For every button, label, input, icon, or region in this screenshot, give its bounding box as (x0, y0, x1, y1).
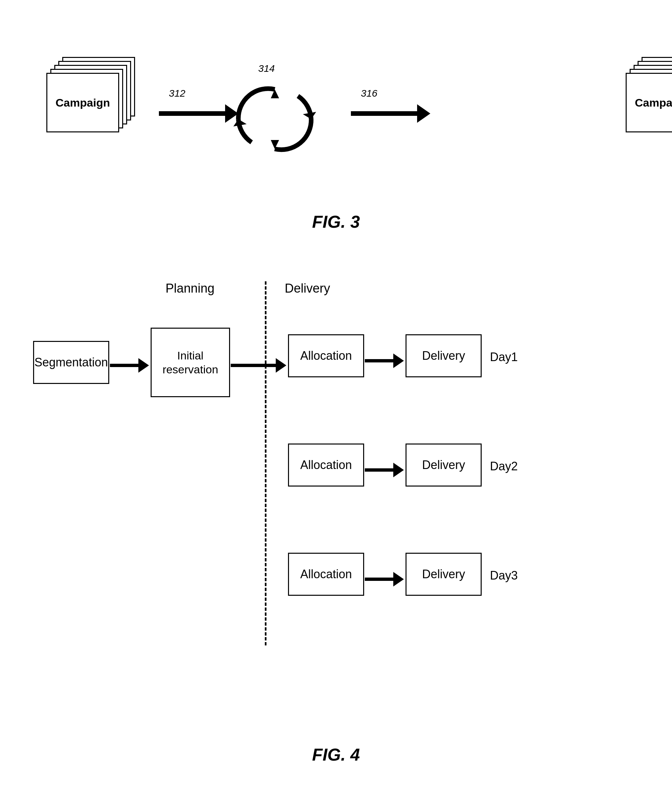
allocation-day1-label: Allocation (300, 349, 352, 363)
delivery-day3-label: Delivery (422, 567, 465, 581)
stack-card-r-front: Campaign (626, 73, 672, 133)
arrow-316-body (351, 111, 417, 116)
fig4-diagram: Planning Delivery Segmentation Initialre… (27, 281, 645, 765)
ref-314: 314 (258, 63, 275, 74)
delivery-day3-box: Delivery (405, 553, 482, 596)
arrow-316-head (417, 104, 430, 123)
segmentation-box: Segmentation (33, 341, 109, 384)
arrow-a2d2-head (393, 463, 404, 477)
arrow-a3d3-head (393, 572, 404, 586)
fig3-diagram: 310 Campaign 312 314 (27, 40, 645, 232)
planning-delivery-divider (265, 281, 267, 645)
delivery-day1-label: Delivery (422, 349, 465, 363)
arrow-alloc2-delivery2 (365, 463, 405, 477)
stack-card-front: Campaign (46, 73, 119, 133)
campaign-left-label: Campaign (47, 74, 118, 131)
arrow-init-to-alloc1 (231, 358, 287, 373)
segmentation-label: Segmentation (34, 356, 108, 369)
ref-312: 312 (169, 88, 186, 99)
fig4-label: FIG. 4 (312, 745, 360, 765)
day1-label: Day1 (490, 350, 518, 364)
arrow-seg-body (110, 364, 138, 367)
initial-reservation-label: Initialreservation (163, 348, 218, 377)
allocation-day3-label: Allocation (300, 567, 352, 581)
arrow-312-body (159, 111, 225, 116)
arrow-seg-head (138, 358, 149, 373)
initial-reservation-box: Initialreservation (150, 327, 230, 397)
fig3-label: FIG. 3 (312, 212, 360, 232)
allocation-day3-box: Allocation (288, 553, 364, 596)
campaign-right-label: Campaign (627, 74, 672, 131)
circular-arrows-icon (232, 76, 318, 162)
day2-label: Day2 (490, 459, 518, 473)
arrow-init-alloc1-body (231, 364, 276, 367)
allocation-day2-label: Allocation (300, 458, 352, 472)
day3-label: Day3 (490, 569, 518, 583)
arrow-alloc1-delivery1 (365, 353, 405, 368)
ref-316: 316 (361, 88, 378, 99)
arrow-a1d1-body (365, 359, 393, 363)
delivery-day1-box: Delivery (405, 334, 482, 377)
arrow-seg-to-init (110, 358, 150, 373)
arrow-init-alloc1-head (276, 358, 286, 373)
arrow-a3d3-body (365, 578, 393, 581)
allocation-day2-box: Allocation (288, 444, 364, 487)
arrow-312 (159, 104, 238, 123)
arrow-316 (351, 104, 430, 123)
arrow-alloc3-delivery3 (365, 572, 405, 586)
allocation-day1-box: Allocation (288, 334, 364, 377)
arrow-a1d1-head (393, 353, 404, 368)
planning-label: Planning (165, 281, 214, 295)
page: 310 Campaign 312 314 (0, 0, 672, 797)
arrow-a2d2-body (365, 468, 393, 472)
delivery-day2-label: Delivery (422, 458, 465, 472)
delivery-day2-box: Delivery (405, 444, 482, 487)
delivery-label: Delivery (285, 281, 330, 295)
